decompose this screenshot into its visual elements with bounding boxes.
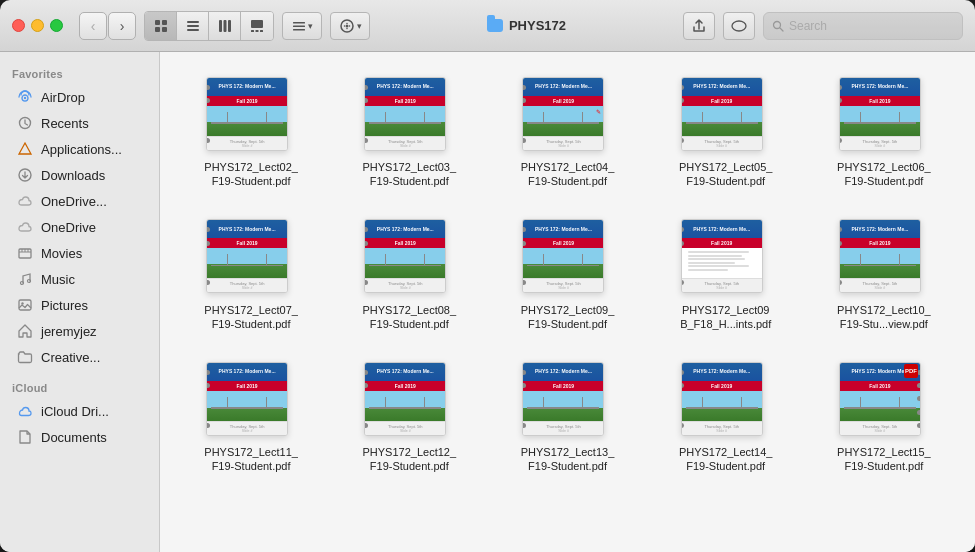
- downloads-icon: [16, 166, 34, 184]
- sidebar-item-creative[interactable]: Creative...: [4, 344, 155, 370]
- sidebar-item-onedrive1-label: OneDrive...: [41, 194, 107, 209]
- onedrive2-icon: [16, 218, 34, 236]
- sidebar-item-downloads-label: Downloads: [41, 168, 105, 183]
- file-item[interactable]: PHYS 172: Modern Me...Fall 2019 Thursday…: [651, 68, 801, 195]
- share-button[interactable]: [683, 12, 715, 40]
- sidebar-item-onedrive2[interactable]: OneDrive: [4, 214, 155, 240]
- file-thumbnail: PHYS 172: Modern Me...Fall 2019 ✎ Thursd…: [522, 74, 612, 154]
- file-badge-icon: [747, 277, 761, 291]
- file-item[interactable]: PHYS 172: Modern Me...Fall 2019 Thursday…: [176, 211, 326, 338]
- file-badge-icon: [430, 135, 444, 149]
- file-badge-icon: [430, 277, 444, 291]
- jeremyjez-icon: [16, 322, 34, 340]
- file-thumbnail: PHYS 172: Modern Me...Fall 2019 Thursday…: [522, 359, 612, 439]
- file-item[interactable]: PHYS 172: Modern Me...Fall 2019 Thursday…: [334, 353, 484, 480]
- file-badge-icon: [588, 420, 602, 434]
- svg-rect-13: [260, 30, 263, 32]
- maximize-button[interactable]: [50, 19, 63, 32]
- file-item[interactable]: PHYS 172: Modern Me...Fall 2019 Thursday…: [809, 353, 959, 480]
- search-placeholder: Search: [789, 19, 827, 33]
- svg-rect-8: [223, 20, 226, 32]
- svg-rect-11: [251, 30, 254, 32]
- file-item[interactable]: PHYS 172: Modern Me...Fall 2019 Thursday…: [651, 211, 801, 338]
- svg-point-19: [732, 21, 746, 31]
- view-controls: [144, 11, 274, 41]
- tag-button[interactable]: [723, 12, 755, 40]
- file-name: PHYS172_Lect13_ F19-Student.pdf: [521, 445, 615, 474]
- file-item[interactable]: PHYS 172: Modern Me...Fall 2019 Thursday…: [809, 68, 959, 195]
- column-view-button[interactable]: [209, 12, 241, 40]
- file-badge-icon: [272, 135, 286, 149]
- file-badge-icon: [905, 135, 919, 149]
- file-item[interactable]: PHYS 172: Modern Me...Fall 2019 ✎ Thursd…: [492, 68, 642, 195]
- file-item[interactable]: PHYS 172: Modern Me...Fall 2019 Thursday…: [651, 353, 801, 480]
- icon-view-button[interactable]: [145, 12, 177, 40]
- icloud-drive-icon: [16, 402, 34, 420]
- music-icon: [16, 270, 34, 288]
- svg-rect-15: [293, 25, 305, 27]
- file-name: PHYS172_Lect04_ F19-Student.pdf: [521, 160, 615, 189]
- gallery-view-button[interactable]: [241, 12, 273, 40]
- svg-rect-3: [162, 27, 167, 32]
- airdrop-icon: [16, 88, 34, 106]
- sidebar-item-icloud-drive[interactable]: iCloud Dri...: [4, 398, 155, 424]
- file-thumbnail: PHYS 172: Modern Me...Fall 2019 Thursday…: [206, 217, 296, 297]
- file-name: PHYS172_Lect08_ F19-Student.pdf: [363, 303, 457, 332]
- sidebar-item-recents[interactable]: Recents: [4, 110, 155, 136]
- file-name: PHYS172_Lect12_ F19-Student.pdf: [363, 445, 457, 474]
- svg-rect-14: [293, 22, 305, 24]
- recents-icon: [16, 114, 34, 132]
- file-item[interactable]: PHYS 172: Modern Me...Fall 2019 Thursday…: [334, 68, 484, 195]
- file-item[interactable]: PHYS 172: Modern Me...Fall 2019 Thursday…: [176, 68, 326, 195]
- sidebar-item-downloads[interactable]: Downloads: [4, 162, 155, 188]
- sidebar-item-applications[interactable]: Applications...: [4, 136, 155, 162]
- onedrive1-icon: [16, 192, 34, 210]
- sidebar-item-icloud-drive-label: iCloud Dri...: [41, 404, 109, 419]
- svg-rect-4: [187, 21, 199, 23]
- sidebar-item-onedrive1[interactable]: OneDrive...: [4, 188, 155, 214]
- sidebar-item-movies[interactable]: Movies: [4, 240, 155, 266]
- list-view-button[interactable]: [177, 12, 209, 40]
- file-badge-icon: [747, 420, 761, 434]
- svg-rect-33: [19, 300, 31, 310]
- file-badge-icon: [905, 420, 919, 434]
- file-badge-icon: [272, 277, 286, 291]
- documents-icon: [16, 428, 34, 446]
- file-thumbnail: PHYS 172: Modern Me...Fall 2019 Thursday…: [839, 74, 929, 154]
- file-item[interactable]: PHYS 172: Modern Me...Fall 2019 Thursday…: [492, 211, 642, 338]
- svg-rect-0: [155, 20, 160, 25]
- creative-icon: [16, 348, 34, 366]
- file-badge-icon: [588, 135, 602, 149]
- svg-line-21: [780, 28, 783, 31]
- sidebar-item-pictures[interactable]: Pictures: [4, 292, 155, 318]
- arrange-button[interactable]: ▾: [282, 12, 322, 40]
- file-thumbnail: PHYS 172: Modern Me...Fall 2019 Thursday…: [839, 359, 929, 439]
- titlebar: ‹ ›: [0, 0, 975, 52]
- file-thumbnail: PHYS 172: Modern Me...Fall 2019 Thursday…: [206, 359, 296, 439]
- file-name: PHYS172_Lect15_ F19-Student.pdf: [837, 445, 931, 474]
- search-box[interactable]: Search: [763, 12, 963, 40]
- file-item[interactable]: PHYS 172: Modern Me...Fall 2019 Thursday…: [492, 353, 642, 480]
- forward-button[interactable]: ›: [108, 12, 136, 40]
- svg-rect-12: [256, 30, 259, 32]
- sidebar-item-documents[interactable]: Documents: [4, 424, 155, 450]
- action-button[interactable]: ▾: [330, 12, 370, 40]
- sidebar-item-jeremyjez[interactable]: jeremyjez: [4, 318, 155, 344]
- file-thumbnail: PHYS 172: Modern Me...Fall 2019 Thursday…: [681, 217, 771, 297]
- file-item[interactable]: PHYS 172: Modern Me...Fall 2019 Thursday…: [334, 211, 484, 338]
- file-badge-icon: [272, 420, 286, 434]
- sidebar-item-applications-label: Applications...: [41, 142, 122, 157]
- sidebar-item-music[interactable]: Music: [4, 266, 155, 292]
- file-thumbnail: PHYS 172: Modern Me...Fall 2019 Thursday…: [681, 74, 771, 154]
- minimize-button[interactable]: [31, 19, 44, 32]
- svg-rect-2: [155, 27, 160, 32]
- file-badge-icon: [588, 277, 602, 291]
- file-item[interactable]: PHYS 172: Modern Me...Fall 2019 Thursday…: [809, 211, 959, 338]
- main-area: Favorites AirDrop: [0, 52, 975, 552]
- close-button[interactable]: [12, 19, 25, 32]
- icloud-label: iCloud: [0, 378, 159, 398]
- sidebar-item-airdrop-label: AirDrop: [41, 90, 85, 105]
- sidebar-item-airdrop[interactable]: AirDrop: [4, 84, 155, 110]
- file-item[interactable]: PHYS 172: Modern Me...Fall 2019 Thursday…: [176, 353, 326, 480]
- back-button[interactable]: ‹: [79, 12, 107, 40]
